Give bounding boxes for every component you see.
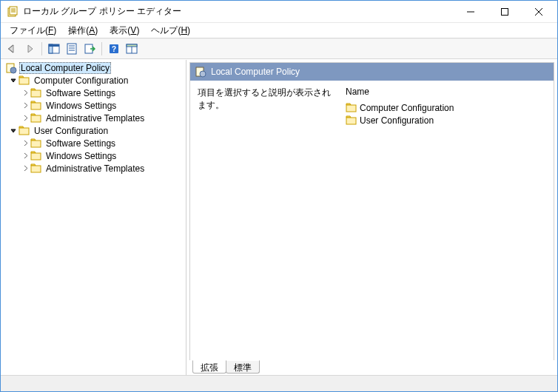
svg-rect-31	[31, 166, 41, 172]
svg-text:?: ?	[112, 45, 116, 53]
detail-body: 項目を選択すると説明が表示されます。 Name Computer Configu…	[190, 81, 554, 360]
toolbar: ?	[1, 38, 557, 59]
detail-container: Local Computer Policy 項目を選択すると説明が表示されます。…	[189, 62, 554, 360]
tab-standard[interactable]: 標準	[226, 360, 260, 374]
tree: Local Computer Policy Computer Configura…	[2, 61, 184, 175]
svg-rect-30	[31, 153, 41, 160]
chevron-right-icon[interactable]	[20, 140, 30, 146]
tree-user-config[interactable]: User Configuration	[2, 124, 184, 137]
folder-icon	[30, 112, 42, 124]
tree-software-settings[interactable]: Software Settings	[2, 87, 184, 99]
policy-icon	[195, 66, 206, 78]
tree-windows-settings[interactable]: Windows Settings	[2, 99, 184, 112]
policy-icon	[5, 62, 17, 74]
list-item[interactable]: User Configuration	[346, 114, 546, 126]
app-icon	[7, 6, 19, 18]
menu-help[interactable]: ヘルプ(H)	[145, 23, 196, 38]
svg-rect-34	[346, 105, 356, 112]
svg-rect-35	[346, 118, 356, 124]
tree-admin-templates[interactable]: Administrative Templates	[2, 162, 184, 175]
toolbar-separator	[101, 42, 102, 55]
svg-rect-11	[49, 44, 59, 47]
statusbar	[1, 375, 557, 391]
tree-item-label: Administrative Templates	[44, 113, 146, 124]
tree-item-label: Software Settings	[44, 88, 117, 98]
folder-icon	[19, 75, 30, 87]
column-header-name[interactable]: Name	[346, 87, 546, 101]
chevron-down-icon[interactable]	[8, 127, 19, 134]
close-button[interactable]	[522, 1, 556, 22]
tree-item-label: Computer Configuration	[33, 75, 130, 86]
menu-action[interactable]: 操作(A)	[62, 23, 104, 38]
titlebar: ローカル グループ ポリシー エディター	[1, 1, 557, 23]
folder-icon	[30, 100, 42, 112]
svg-rect-27	[31, 115, 41, 122]
svg-rect-12	[67, 44, 76, 54]
list-item-label: Computer Configuration	[360, 103, 454, 113]
tree-root[interactable]: Local Computer Policy	[2, 61, 184, 74]
tree-software-settings[interactable]: Software Settings	[2, 137, 184, 149]
folder-icon	[30, 163, 42, 175]
forward-button[interactable]	[21, 41, 38, 57]
properties-button[interactable]	[64, 41, 80, 57]
detail-header: Local Computer Policy	[190, 63, 554, 81]
chevron-right-icon[interactable]	[20, 102, 30, 109]
minimize-button[interactable]	[454, 1, 488, 22]
tree-item-label: Administrative Templates	[44, 163, 146, 174]
folder-icon	[346, 102, 357, 114]
back-button[interactable]	[4, 41, 20, 57]
detail-list: Name Computer Configuration User Configu…	[346, 87, 546, 354]
svg-point-33	[200, 71, 206, 77]
detail-pane: Local Computer Policy 項目を選択すると説明が表示されます。…	[186, 60, 557, 375]
filter-button[interactable]	[124, 41, 140, 57]
svg-rect-26	[31, 103, 41, 109]
chevron-right-icon[interactable]	[20, 89, 30, 96]
window-controls	[454, 1, 556, 22]
window-title: ローカル グループ ポリシー エディター	[23, 5, 454, 18]
chevron-right-icon[interactable]	[20, 165, 30, 172]
svg-rect-24	[19, 78, 29, 84]
svg-rect-29	[31, 141, 41, 147]
tree-item-label: Windows Settings	[44, 151, 118, 161]
svg-rect-28	[19, 128, 29, 135]
detail-title: Local Computer Policy	[211, 67, 300, 77]
tree-item-label: User Configuration	[33, 126, 110, 136]
show-hide-tree-button[interactable]	[46, 41, 62, 57]
chevron-down-icon[interactable]	[8, 77, 19, 84]
export-list-button[interactable]	[81, 41, 98, 57]
tree-item-label: Software Settings	[44, 138, 117, 149]
svg-rect-20	[127, 44, 137, 47]
chevron-right-icon[interactable]	[20, 115, 30, 121]
detail-description: 項目を選択すると説明が表示されます。	[198, 87, 331, 354]
folder-icon	[30, 87, 42, 99]
maximize-button[interactable]	[488, 1, 522, 22]
folder-icon	[346, 115, 357, 126]
svg-point-23	[10, 67, 16, 73]
help-button[interactable]: ?	[106, 41, 122, 57]
folder-icon	[30, 138, 42, 149]
tree-admin-templates[interactable]: Administrative Templates	[2, 112, 184, 124]
tree-root-label: Local Computer Policy	[19, 62, 111, 74]
svg-rect-6	[502, 8, 508, 15]
list-item[interactable]: Computer Configuration	[346, 101, 546, 114]
bottom-tabs: 拡張 標準	[186, 360, 557, 375]
content-area: Local Computer Policy Computer Configura…	[1, 59, 557, 375]
menu-view[interactable]: 表示(V)	[104, 23, 145, 38]
list-item-label: User Configuration	[360, 115, 434, 126]
toolbar-separator	[41, 42, 42, 55]
menu-file[interactable]: ファイル(F)	[4, 23, 62, 38]
chevron-right-icon[interactable]	[20, 152, 30, 159]
tab-extended[interactable]: 拡張	[192, 360, 226, 374]
menubar: ファイル(F) 操作(A) 表示(V) ヘルプ(H)	[1, 23, 557, 38]
tree-item-label: Windows Settings	[44, 101, 118, 111]
folder-icon	[19, 125, 30, 137]
tree-windows-settings[interactable]: Windows Settings	[2, 149, 184, 162]
folder-icon	[30, 150, 42, 162]
tree-computer-config[interactable]: Computer Configuration	[2, 74, 184, 87]
svg-rect-25	[31, 90, 41, 97]
tree-pane[interactable]: Local Computer Policy Computer Configura…	[1, 60, 186, 375]
